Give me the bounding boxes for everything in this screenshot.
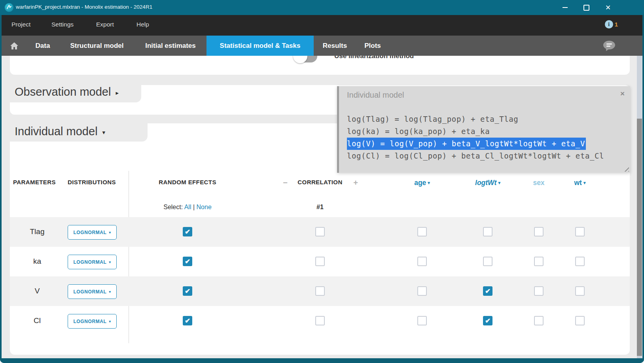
covariate-header-age[interactable]: age▾: [414, 179, 430, 187]
correlation-group-label: #1: [316, 204, 324, 211]
parameter-label: Cl: [13, 316, 61, 325]
model-equation: log(Tlag) = log(Tlag_pop) + eta_Tlag: [347, 113, 604, 125]
caret-down-icon: ▾: [109, 320, 111, 323]
cov-age-checkbox-Tlag[interactable]: [417, 227, 427, 236]
column-header-random-effects: RANDOM EFFECTS: [159, 179, 216, 185]
random-effect-checkbox-V[interactable]: ✔: [183, 286, 192, 296]
distribution-label: LOGNORMAL: [73, 230, 106, 235]
observation-model-title: Observation model: [15, 85, 111, 98]
correlation-checkbox-Tlag[interactable]: [315, 227, 325, 236]
cov-wt-checkbox-V[interactable]: [575, 286, 585, 296]
covariate-header-wt[interactable]: wt▾: [574, 179, 586, 187]
maximize-button[interactable]: [577, 0, 595, 15]
random-effect-checkbox-Cl[interactable]: ✔: [183, 316, 192, 325]
distribution-dropdown-V[interactable]: LOGNORMAL▾: [68, 284, 117, 299]
monolix-logo-icon: [5, 3, 13, 12]
column-header-distributions: DISTRIBUTIONS: [68, 179, 116, 185]
window-border-right: [642, 15, 644, 359]
distribution-dropdown-ka[interactable]: LOGNORMAL▾: [68, 255, 117, 269]
scrollbar-track[interactable]: [637, 56, 642, 358]
menu-project[interactable]: Project: [11, 21, 30, 28]
model-equations: log(Tlag) = log(Tlag_pop) + eta_Tlaglog(…: [347, 113, 604, 162]
caret-down-icon: ▾: [109, 260, 111, 264]
distribution-label: LOGNORMAL: [73, 259, 106, 265]
distribution-dropdown-Cl[interactable]: LOGNORMAL▾: [68, 314, 117, 329]
tab-results[interactable]: Results: [319, 36, 350, 56]
window-frame: Use linearization method Observation mod…: [0, 0, 644, 363]
info-icon[interactable]: i: [605, 20, 613, 28]
menu-settings[interactable]: Settings: [51, 21, 74, 28]
random-effects-select-row: Select: All | None: [163, 204, 212, 211]
notifications[interactable]: i 1: [605, 20, 618, 28]
tab-home[interactable]: [4, 36, 25, 56]
window-border-left: [0, 15, 2, 359]
cov-logtWt-checkbox-Cl[interactable]: ✔: [483, 316, 492, 325]
resize-grip-icon[interactable]: [624, 166, 629, 172]
distribution-dropdown-Tlag[interactable]: LOGNORMAL▾: [68, 225, 117, 240]
window-border-bottom: [0, 358, 644, 363]
column-header-correlation: CORRELATION: [297, 179, 342, 185]
model-equation: log(V) = log(V_pop) + beta_V_logtWt*logt…: [347, 138, 586, 150]
cov-sex-checkbox-Cl[interactable]: [534, 316, 544, 325]
correlation-checkbox-V[interactable]: [315, 286, 325, 296]
cov-wt-checkbox-Tlag[interactable]: [575, 227, 585, 236]
tab-plots[interactable]: Plots: [358, 36, 387, 56]
individual-model-title: Individual model: [15, 125, 98, 138]
close-window-button[interactable]: ✕: [599, 0, 617, 15]
covariate-header-sex[interactable]: sex: [533, 179, 544, 187]
navbar: Data Structural model Initial estimates …: [0, 36, 644, 56]
linearization-toggle-label: Use linearization method: [334, 56, 414, 60]
titlebar: warfarinPK_project.mlxtran - Monolix est…: [0, 0, 644, 15]
menu-help[interactable]: Help: [136, 21, 149, 28]
menu-export[interactable]: Export: [96, 21, 114, 28]
tab-data[interactable]: Data: [30, 36, 55, 56]
correlation-checkbox-ka[interactable]: [315, 257, 325, 266]
select-label: Select:: [163, 204, 183, 210]
individual-model-heading[interactable]: Individual model ▾: [15, 125, 105, 138]
random-effect-checkbox-Tlag[interactable]: ✔: [183, 227, 192, 236]
caret-down-icon: ▾: [428, 180, 430, 185]
column-header-parameters: PARAMETERS: [13, 179, 56, 185]
parameter-label: Tlag: [13, 227, 61, 236]
correlation-add-button[interactable]: +: [353, 178, 358, 187]
cov-logtWt-checkbox-Tlag[interactable]: [483, 227, 492, 236]
close-icon[interactable]: ×: [620, 89, 625, 98]
distribution-label: LOGNORMAL: [73, 289, 106, 295]
cov-wt-checkbox-ka[interactable]: [575, 257, 585, 266]
correlation-checkbox-Cl[interactable]: [315, 316, 325, 325]
select-separator: |: [193, 204, 195, 210]
select-none-link[interactable]: None: [197, 204, 212, 210]
select-all-link[interactable]: All: [184, 204, 191, 210]
home-icon: [10, 42, 19, 50]
feedback-bubble-icon[interactable]: [603, 40, 616, 53]
notification-count: 1: [615, 21, 618, 28]
cov-sex-checkbox-Tlag[interactable]: [534, 227, 544, 236]
cov-wt-checkbox-Cl[interactable]: [575, 316, 585, 325]
cov-age-checkbox-V[interactable]: [417, 286, 427, 296]
random-effect-checkbox-ka[interactable]: ✔: [183, 257, 192, 266]
tab-statistical-model-tasks[interactable]: Statistical model & Tasks: [206, 36, 314, 56]
cov-logtWt-checkbox-V[interactable]: ✔: [483, 286, 492, 296]
covariate-header-logtWt[interactable]: logtWt▾: [475, 179, 500, 187]
model-equation: log(ka) = log(ka_pop) + eta_ka: [347, 125, 604, 138]
individual-model-popup: Individual model × log(Tlag) = log(Tlag_…: [337, 86, 630, 173]
tab-structural-model[interactable]: Structural model: [62, 36, 132, 56]
cov-age-checkbox-Cl[interactable]: [417, 316, 427, 325]
observation-model-heading[interactable]: Observation model ▸: [15, 85, 119, 98]
cov-age-checkbox-ka[interactable]: [417, 257, 427, 266]
cov-sex-checkbox-ka[interactable]: [534, 257, 544, 266]
scrollbar-thumb[interactable]: [637, 119, 642, 356]
tab-initial-estimates[interactable]: Initial estimates: [137, 36, 204, 56]
expanded-arrow-icon[interactable]: ▾: [102, 129, 106, 136]
caret-down-icon: ▾: [109, 290, 111, 294]
caret-down-icon: ▾: [498, 180, 500, 185]
collapsed-arrow-icon[interactable]: ▸: [116, 89, 119, 96]
minimize-button[interactable]: [556, 0, 574, 15]
caret-down-icon: ▾: [109, 231, 111, 234]
cov-sex-checkbox-V[interactable]: [534, 286, 544, 296]
parameter-label: ka: [13, 257, 61, 266]
cov-logtWt-checkbox-ka[interactable]: [483, 257, 492, 266]
covariate-label: logtWt: [475, 179, 496, 187]
caret-down-icon: ▾: [583, 180, 586, 185]
correlation-remove-button[interactable]: −: [283, 178, 288, 187]
